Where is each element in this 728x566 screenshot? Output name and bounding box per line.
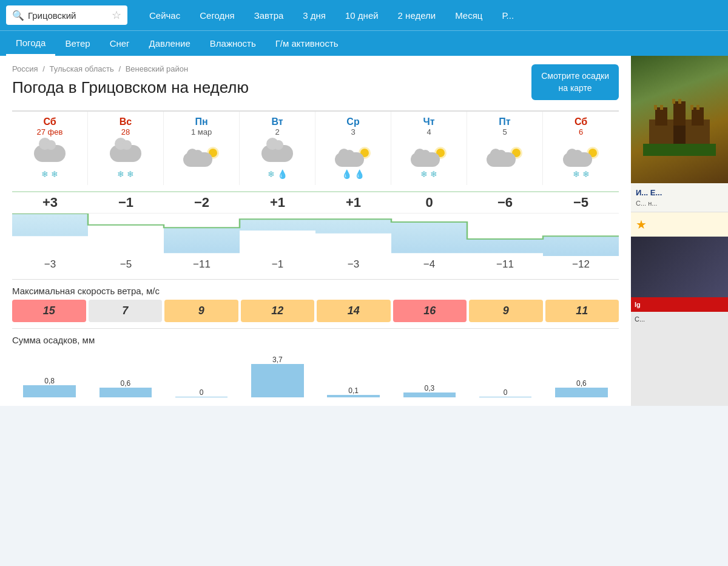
nav-10days[interactable]: 10 дней [335, 2, 388, 29]
precip-3: ❄ 💧 [242, 169, 312, 180]
temp-low-0: −3 [12, 258, 88, 271]
svg-rect-3 [673, 101, 686, 126]
nav-2weeks[interactable]: 2 недели [388, 2, 446, 29]
day-date-1: 28 [90, 127, 161, 136]
subnav-wind[interactable]: Ветер [55, 32, 99, 55]
svg-rect-8 [678, 99, 681, 104]
weather-icon-6 [487, 140, 523, 167]
left-content: Россия / Тульская область / Веневский ра… [0, 56, 631, 406]
sidebar-red-block: Ig [631, 297, 728, 312]
breadcrumb-russia[interactable]: Россия [12, 64, 38, 73]
sidebar-star-area: ★ [631, 212, 728, 237]
day-date-5: 4 [394, 127, 464, 136]
weather-col-3: Вт 2 ❄ 💧 [240, 112, 315, 185]
nav-month[interactable]: Месяц [445, 2, 492, 29]
weather-icon-5 [411, 140, 447, 167]
precip-bar-6 [479, 397, 531, 397]
wind-cell-5: 16 [393, 300, 467, 322]
day-date-2: 1 мар [166, 127, 237, 136]
weather-col-1: Вс 28 ❄ ❄ [88, 112, 164, 185]
top-navigation: 🔍 Грицовский ☆ Сейчас Сегодня Завтра 3 д… [0, 0, 728, 30]
temp-section: +3 −1 −2 +1 +1 0 −6 −5 [12, 191, 619, 273]
temp-high-3: +1 [240, 195, 315, 211]
day-name-7: Сб [545, 116, 616, 127]
weather-col-5: Чт 4 ❄ ❄ [391, 112, 467, 185]
precip-col-5: 0,3 [392, 349, 467, 397]
temp-low-5: −4 [391, 258, 467, 271]
subnav-pressure[interactable]: Давление [140, 32, 200, 55]
map-button[interactable]: Смотрите осадки на карте [531, 64, 619, 100]
breadcrumb-region[interactable]: Тульская область [50, 64, 114, 73]
favorite-icon[interactable]: ☆ [112, 8, 121, 22]
svg-rect-6 [660, 105, 663, 110]
wind-section-title: Максимальная скорость ветра, м/с [12, 279, 619, 300]
nav-3days[interactable]: 3 дня [293, 2, 335, 29]
temp-low-6: −11 [467, 258, 543, 271]
day-name-6: Пт [470, 116, 540, 127]
weather-icon-1 [107, 140, 144, 167]
precip-grid: 0,8 0,6 0 3,7 [12, 349, 619, 397]
sidebar-ad-top[interactable] [631, 56, 728, 183]
subnav-snow[interactable]: Снег [100, 32, 140, 55]
precip-section-title: Сумма осадков, мм [12, 328, 619, 349]
day-name-4: Ср [318, 116, 388, 127]
temp-high-row: +3 −1 −2 +1 +1 0 −6 −5 [12, 192, 619, 214]
precip-0: ❄ ❄ [15, 169, 85, 180]
page-title: Погода в Грицовском на неделю [12, 78, 249, 97]
precip-bar-5 [403, 392, 456, 397]
breadcrumb-district[interactable]: Веневский район [126, 64, 189, 73]
temp-low-1: −5 [88, 258, 164, 271]
nav-more[interactable]: Р... [492, 2, 524, 29]
raindrop-icon: 💧 [354, 169, 365, 180]
precip-col-4: 0,1 [316, 349, 391, 397]
sidebar-dark-block [631, 237, 728, 297]
temp-low-4: −3 [315, 258, 391, 271]
temp-high-1: −1 [88, 195, 164, 211]
wind-cell-4: 14 [317, 300, 391, 322]
wind-grid: 15 7 9 12 14 16 9 11 [12, 300, 619, 322]
weather-icon-0 [32, 140, 68, 167]
right-sidebar: И... Е... С... н... ★ Ig С... [631, 56, 728, 406]
snowflake-icon: ❄ [420, 169, 428, 180]
precip-col-1: 0,6 [88, 349, 163, 397]
subnav-humidity[interactable]: Влажность [200, 32, 266, 55]
svg-rect-2 [655, 107, 667, 126]
svg-rect-7 [672, 99, 675, 104]
precip-5: ❄ ❄ [394, 169, 464, 180]
temp-high-5: 0 [391, 195, 467, 211]
temp-high-4: +1 [315, 195, 391, 211]
precip-value-2: 0 [200, 388, 204, 397]
subnav-gm[interactable]: Г/м активность [266, 32, 348, 55]
search-icon: 🔍 [12, 10, 24, 21]
castle-icon [643, 83, 716, 156]
weather-col-2: Пн 1 мар [164, 112, 240, 185]
breadcrumb: Россия / Тульская область / Веневский ра… [12, 64, 249, 73]
search-box[interactable]: 🔍 Грицовский ☆ [6, 5, 127, 25]
subnav-weather[interactable]: Погода [6, 32, 55, 56]
sidebar-ad-title: И... Е... [636, 188, 723, 197]
sidebar-bottom: С... [631, 312, 728, 326]
nav-tomorrow[interactable]: Завтра [244, 2, 294, 29]
precip-col-0: 0,8 [12, 349, 87, 397]
precip-value-1: 0,6 [121, 379, 131, 388]
precip-2 [166, 169, 237, 180]
wind-cell-1: 7 [89, 300, 163, 322]
svg-rect-10 [696, 105, 699, 110]
wind-cell-6: 9 [469, 300, 543, 322]
snowflake-icon: ❄ [430, 169, 437, 180]
star-gold-icon: ★ [636, 217, 647, 232]
wind-cell-7: 11 [545, 300, 619, 322]
snowflake-icon: ❄ [41, 169, 49, 180]
temp-low-row: −3 −5 −11 −1 −3 −4 −11 −12 [12, 256, 619, 273]
precip-col-2: 0 [164, 349, 239, 397]
precip-bar-3 [251, 364, 303, 397]
precip-col-3: 3,7 [240, 349, 315, 397]
nav-today[interactable]: Сегодня [190, 2, 244, 29]
nav-now[interactable]: Сейчас [140, 2, 190, 29]
weather-col-7: Сб 6 ❄ ❄ [543, 112, 619, 185]
search-input[interactable]: Грицовский [28, 10, 104, 21]
temp-high-2: −2 [164, 195, 240, 211]
precip-bar-0 [23, 385, 75, 397]
weather-grid: Сб 27 фев ❄ ❄ Вс 28 ❄ ❄ [12, 110, 619, 185]
snowflake-icon: ❄ [573, 169, 580, 180]
